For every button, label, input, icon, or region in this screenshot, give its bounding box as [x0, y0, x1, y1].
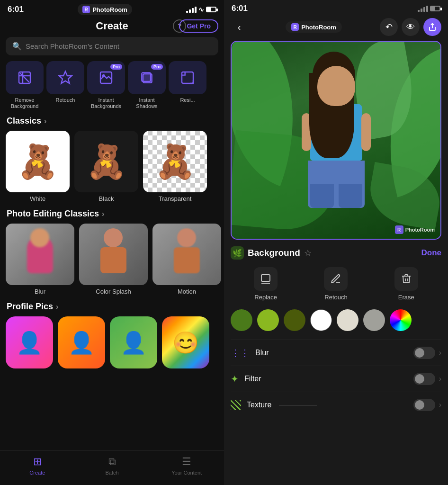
girl-right-arm	[361, 113, 371, 151]
photo-item-color-splash[interactable]: Color Splash	[79, 224, 148, 295]
undo-button[interactable]: ↶	[380, 18, 398, 36]
create-icon: ⊞	[33, 456, 42, 468]
photo-item-blur[interactable]: Blur	[6, 224, 74, 295]
status-bar-right: 6:01	[224, 0, 448, 15]
nav-item-batch[interactable]: ⧉ Batch	[75, 456, 150, 476]
status-right-icons	[418, 6, 440, 12]
share-button[interactable]	[423, 18, 441, 36]
erase-action[interactable]: Erase	[394, 267, 418, 301]
blur-chevron: ›	[439, 349, 441, 357]
app-name-left: PhotoRoom	[92, 6, 127, 13]
classic-thumb-transparent: 🧸	[143, 131, 207, 192]
profile-item-pink[interactable]: 👤	[6, 316, 53, 368]
signal-icon	[186, 7, 197, 13]
background-title: Background	[248, 248, 300, 258]
classics-label: Classics	[7, 116, 41, 126]
canvas-background: R PhotoRoom	[232, 42, 440, 239]
profile-pics-label: Profile Pics	[7, 302, 53, 312]
profile-item-green[interactable]: 👤	[110, 316, 157, 368]
section-header-photo-editing[interactable]: Photo Editing Classics ›	[0, 209, 224, 224]
swatch-gray[interactable]	[363, 309, 385, 331]
nav-item-create[interactable]: ⊞ Create	[0, 456, 75, 476]
section-header-classics[interactable]: Classics ›	[0, 116, 224, 131]
tool-instant-backgrounds[interactable]: Pro InstantBackgrounds	[87, 61, 125, 109]
texture-icon	[231, 400, 241, 410]
girl-jeans	[308, 161, 365, 208]
filter-toggle-switch[interactable]	[413, 373, 435, 385]
profile-item-orange[interactable]: 👤	[58, 316, 105, 368]
retouch-action[interactable]: Retouch	[324, 267, 348, 301]
search-bar[interactable]: 🔍 Search PhotoRoom's Content	[6, 37, 218, 55]
classic-label-transparent: Transparent	[159, 195, 192, 202]
retouch-icon	[58, 70, 73, 85]
classics-row: 🧸 White 🧸 Black 🧸 Transparent	[0, 131, 224, 209]
tool-resize[interactable]: Resi...	[169, 61, 206, 109]
blur-toggle-row[interactable]: ⋮⋮ Blur ›	[231, 340, 441, 366]
classics-chevron: ›	[44, 117, 46, 126]
get-pro-button[interactable]: Get Pro	[179, 19, 218, 33]
swatch-rainbow[interactable]	[390, 309, 412, 331]
texture-toggle-row[interactable]: Texture ›	[231, 392, 441, 418]
tool-label-instant-bg: InstantBackgrounds	[91, 97, 121, 109]
photo-canvas: R PhotoRoom	[231, 41, 441, 240]
swatch-yellow-green[interactable]	[257, 309, 279, 331]
nav-label-your-content: Your Content	[171, 470, 202, 476]
pro-badge-instant-bg: Pro	[110, 64, 122, 70]
replace-label: Replace	[254, 294, 277, 301]
action-icons-row: Replace Retouch	[231, 267, 441, 301]
tool-label-instant-shadow: InstantShadows	[136, 97, 157, 109]
tool-remove-background[interactable]: RemoveBackground	[6, 61, 44, 109]
girl-figure	[289, 59, 384, 239]
wifi-icon: ∿	[198, 6, 204, 13]
section-header-profile-pics[interactable]: Profile Pics ›	[0, 302, 224, 316]
background-header: 🌿 Background ☆ Done	[231, 246, 441, 260]
time-right: 6:01	[232, 4, 248, 13]
search-input[interactable]: Search PhotoRoom's Content	[26, 42, 119, 50]
photo-editing-chevron: ›	[102, 210, 104, 218]
tool-retouch[interactable]: Retouch	[46, 61, 84, 109]
girl-jeans-left	[310, 184, 334, 208]
back-button[interactable]: ‹	[231, 18, 248, 36]
photo-editing-row: Blur Color Splash	[0, 224, 224, 302]
retouch-action-icon	[330, 273, 341, 285]
tool-label-remove-bg: RemoveBackground	[11, 97, 39, 109]
classic-thumb-white: 🧸	[6, 131, 70, 192]
remove-bg-icon	[17, 70, 32, 85]
done-button[interactable]: Done	[421, 248, 442, 258]
photo-item-motion[interactable]: Motion	[152, 224, 221, 295]
share-icon	[428, 23, 437, 31]
photo-thumb-color-splash	[79, 224, 148, 285]
filter-toggle-row[interactable]: ✦ Filter ›	[231, 366, 441, 392]
photo-thumb-motion	[152, 224, 221, 285]
blur-toggle-switch[interactable]	[413, 347, 435, 359]
svg-point-4	[103, 75, 105, 77]
profile-item-rainbow[interactable]: 😊	[162, 316, 209, 368]
photo-label-color-splash: Color Splash	[96, 288, 131, 295]
svg-rect-7	[182, 72, 193, 83]
tool-instant-shadows[interactable]: Pro InstantShadows	[128, 61, 166, 109]
swatch-dark-green[interactable]	[231, 309, 252, 331]
filter-chevron: ›	[439, 375, 441, 383]
photo-thumb-blur	[6, 224, 74, 285]
swatch-light-gray[interactable]	[337, 309, 358, 331]
texture-toggle-label: Texture	[247, 401, 271, 409]
preview-button[interactable]: 👁	[402, 18, 420, 36]
classic-transparent[interactable]: 🧸 Transparent	[143, 131, 207, 202]
status-center-left: R PhotoRoom	[78, 4, 132, 15]
favorite-button[interactable]: ☆	[304, 248, 312, 258]
canvas-watermark: R PhotoRoom	[395, 225, 435, 234]
retouch-label: Retouch	[324, 294, 347, 301]
nav-item-your-content[interactable]: ☰ Your Content	[149, 456, 224, 476]
swatch-olive[interactable]	[284, 309, 305, 331]
battery-icon	[206, 7, 216, 12]
teddy-transparent: 🧸	[154, 142, 196, 181]
swatch-white[interactable]	[310, 309, 332, 331]
texture-toggle-switch[interactable]	[413, 399, 435, 411]
nav-label-create: Create	[29, 470, 45, 476]
replace-action[interactable]: Replace	[254, 267, 278, 301]
blur-icon: ⋮⋮	[231, 347, 250, 359]
classic-label-white: White	[30, 195, 45, 202]
logo-icon-right: R	[291, 23, 299, 31]
classic-white[interactable]: 🧸 White	[6, 131, 70, 202]
classic-black[interactable]: 🧸 Black	[74, 131, 138, 202]
